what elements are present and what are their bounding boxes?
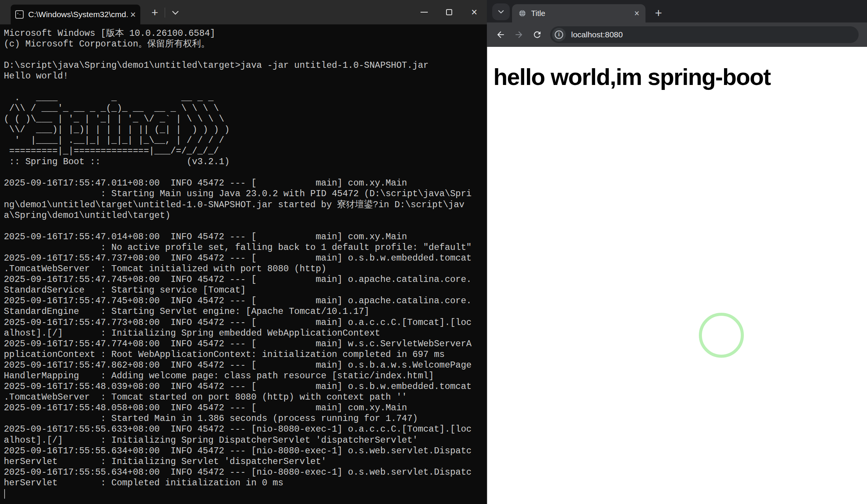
tab-search-button[interactable]	[492, 3, 510, 20]
minimize-icon	[421, 12, 428, 13]
terminal-cursor	[4, 489, 5, 499]
terminal-maximize-button[interactable]	[437, 0, 462, 24]
url-bar[interactable]: i localhost:8080	[550, 26, 859, 43]
click-ring-indicator	[699, 313, 744, 358]
browser-tab-close-button[interactable]: ×	[634, 9, 639, 18]
page-heading: hello world,im spring-boot	[493, 64, 867, 90]
cmd-prompt-icon: ›_	[15, 10, 24, 19]
url-text: localhost:8080	[571, 30, 623, 39]
terminal-close-button[interactable]: ×	[462, 0, 487, 24]
terminal-tab-cmd[interactable]: ›_ C:\Windows\System32\cmd.e› ×	[11, 5, 140, 24]
site-info-button[interactable]: i	[552, 28, 566, 42]
browser-toolbar: i localhost:8080	[487, 22, 867, 47]
terminal-tab-title: C:\Windows\System32\cmd.e›	[28, 10, 128, 19]
terminal-tab-dropdown-button[interactable]	[168, 5, 183, 20]
terminal-tab-close-icon[interactable]: ×	[130, 10, 136, 19]
browser-window: Title × + i localhost:8080 hello	[487, 0, 867, 504]
browser-tab-title: Title	[531, 9, 634, 18]
forward-arrow-icon	[514, 30, 524, 40]
terminal-window: ›_ C:\Windows\System32\cmd.e› × + × Micr…	[0, 0, 487, 504]
reload-button[interactable]	[529, 26, 546, 43]
terminal-new-tab-button[interactable]: +	[147, 5, 162, 20]
chevron-down-icon	[172, 11, 179, 15]
browser-tabstrip: Title × +	[487, 0, 867, 22]
console-output[interactable]: Microsoft Windows [版本 10.0.26100.6584] (…	[0, 24, 487, 488]
browser-tab-active[interactable]: Title ×	[512, 4, 645, 22]
browser-new-tab-button[interactable]: +	[650, 5, 667, 21]
chevron-down-icon	[498, 10, 504, 14]
terminal-minimize-button[interactable]	[411, 0, 437, 24]
terminal-tabbar-divider	[165, 8, 165, 18]
back-arrow-icon	[496, 30, 506, 40]
info-icon: i	[555, 30, 563, 39]
back-button[interactable]	[492, 26, 509, 43]
forward-button[interactable]	[511, 26, 527, 43]
terminal-window-controls: ×	[411, 0, 487, 24]
reload-icon	[532, 30, 542, 40]
terminal-titlebar: ›_ C:\Windows\System32\cmd.e› × + ×	[0, 0, 487, 24]
maximize-icon	[446, 9, 452, 15]
globe-favicon-icon	[518, 9, 527, 18]
page-content: hello world,im spring-boot	[487, 47, 867, 504]
terminal-console-area[interactable]: Microsoft Windows [版本 10.0.26100.6584] (…	[0, 24, 487, 504]
